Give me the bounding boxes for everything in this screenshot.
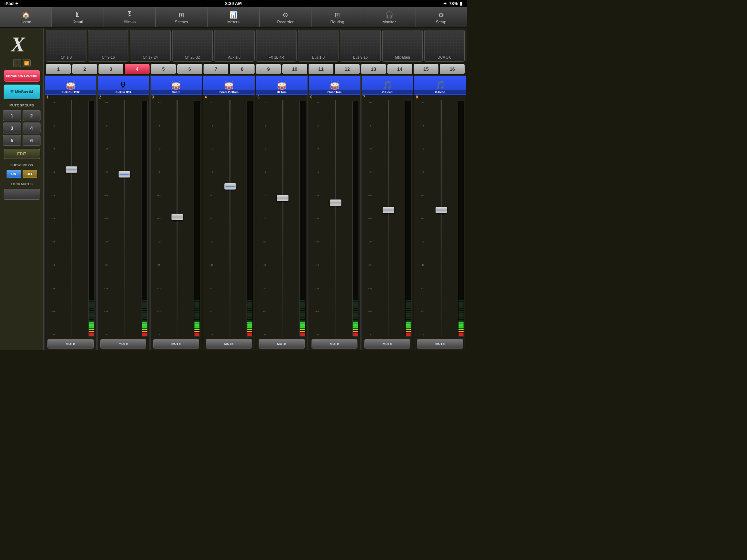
fader-handle-2[interactable]: [119, 171, 130, 178]
nav-routing[interactable]: ⊞ Routing: [311, 7, 363, 27]
bank-bus1-8[interactable]: Bus 1-8: [298, 30, 338, 62]
fader-track-container-6: 1050-5-10-20-30-40-50-60-∞: [310, 100, 352, 337]
recorder-icon: ⊙: [283, 11, 288, 19]
nav-home[interactable]: 🏠 Home: [0, 7, 52, 27]
mute-button-6[interactable]: MUTE: [311, 339, 358, 349]
fader-area-7: 1050-5-10-20-30-40-50-60-∞: [362, 99, 413, 338]
ch-num-10[interactable]: 10: [282, 64, 307, 74]
sends-on-faders-button[interactable]: SENDS ON FADERS: [4, 70, 40, 82]
ch-num-4[interactable]: 4: [125, 64, 150, 74]
bank-fx1l-4r[interactable]: FX 1L-4R: [256, 30, 297, 62]
bank-dca1-8[interactable]: DCA 1-8: [424, 30, 465, 62]
channel-image-4: 🥁: [224, 81, 234, 90]
bank-bus9-16[interactable]: Bus 9-16: [340, 30, 380, 62]
channel-name-8: O.Head: [414, 90, 466, 94]
ch-num-3[interactable]: 3: [98, 64, 123, 74]
fader-track-8: [425, 100, 457, 337]
channel-header-5[interactable]: 🥁 Hi Tom: [256, 76, 307, 95]
fader-handle-6[interactable]: [330, 199, 341, 206]
nav-meters[interactable]: 📊 Meters: [208, 7, 259, 27]
fader-handle-8[interactable]: [436, 207, 447, 213]
channel-header-3[interactable]: 🥁 Snare: [151, 76, 202, 95]
bank-ch9-16[interactable]: Ch 9-16: [88, 30, 128, 62]
fader-handle-1[interactable]: [66, 166, 77, 173]
ch-num-11[interactable]: 11: [309, 64, 333, 74]
ch-num-5[interactable]: 5: [151, 64, 176, 74]
ch-num-8[interactable]: 8: [230, 64, 255, 74]
fader-handle-3[interactable]: [171, 214, 183, 220]
mute-group-4[interactable]: 4: [23, 122, 41, 133]
channel-header-1[interactable]: 🥁 Kick Out B52: [45, 76, 96, 95]
ch-num-1[interactable]: 1: [46, 64, 71, 74]
solo-on-button[interactable]: ON: [7, 170, 21, 178]
mute-group-5[interactable]: 5: [3, 135, 21, 146]
ch-num-7[interactable]: 7: [204, 64, 228, 74]
solo-off-button[interactable]: OFF: [23, 170, 37, 178]
fader-handle-5[interactable]: [277, 195, 289, 201]
ch-num-14[interactable]: 14: [387, 64, 412, 74]
ch-num-9[interactable]: 9: [256, 64, 281, 74]
channel-header-2[interactable]: 🎙 Kick In B91: [98, 76, 149, 95]
mixbus-button[interactable]: ≡ MixBus 04: [4, 85, 40, 99]
monitor-icon: 🎧: [385, 11, 393, 19]
nav-meters-label: Meters: [227, 20, 240, 24]
mute-group-3[interactable]: 3: [3, 122, 21, 133]
mute-group-2[interactable]: 2: [23, 110, 41, 121]
mute-button-1[interactable]: MUTE: [47, 339, 94, 349]
nav-effects[interactable]: 🎛 Effects: [104, 7, 156, 27]
fader-scale-5: 1050-5-10-20-30-40-50-60-∞: [257, 100, 267, 337]
info-button[interactable]: i: [13, 59, 21, 67]
ch-num-16[interactable]: 16: [440, 64, 465, 74]
mute-group-6[interactable]: 6: [23, 135, 41, 146]
mute-button-3[interactable]: MUTE: [153, 339, 200, 349]
fader-track-container-4: 1050-5-10-20-30-40-50-60-∞: [204, 100, 246, 337]
ipad-label: iPad ✦: [4, 1, 19, 6]
info-bar: i 📶: [13, 59, 31, 67]
fader-track-3: [162, 100, 193, 337]
lock-mutes-button[interactable]: [4, 189, 40, 200]
bank-ch1-8[interactable]: Ch 1-8: [46, 30, 86, 62]
sidebar: X i 📶 SENDS ON FADERS ≡ MixBus 04 MUTE G…: [0, 28, 44, 350]
ch-num-13[interactable]: 13: [361, 64, 386, 74]
vu-meter-7: [405, 101, 411, 337]
mute-button-2[interactable]: MUTE: [100, 339, 147, 349]
channel-header-6[interactable]: 🥁 Floor Tom: [309, 76, 360, 95]
nav-scenes[interactable]: ⊞ Scenes: [156, 7, 208, 27]
bank-ch25-32[interactable]: Ch 25-32: [172, 30, 213, 62]
nav-detail[interactable]: 🎚 Detail: [52, 7, 104, 27]
nav-effects-label: Effects: [124, 19, 136, 24]
fader-handle-4[interactable]: [224, 183, 236, 190]
bank-aux1-8[interactable]: Aux 1-8: [214, 30, 255, 62]
edit-button[interactable]: EDIT: [4, 149, 40, 159]
nav-setup[interactable]: ⚙ Setup: [415, 7, 467, 27]
nav-monitor[interactable]: 🎧 Monitor: [363, 7, 415, 27]
fader-handle-7[interactable]: [383, 207, 394, 213]
fader-track-7: [373, 100, 405, 337]
fader-track-5: [267, 100, 299, 337]
mute-button-8[interactable]: MUTE: [417, 339, 463, 349]
nav-setup-label: Setup: [436, 20, 446, 24]
bank-ch17-24[interactable]: Ch 17-24: [130, 30, 170, 62]
nav-detail-label: Detail: [73, 19, 83, 24]
ch-num-2[interactable]: 2: [72, 64, 97, 74]
channel-header-4[interactable]: 🥁 Snare Bottom: [203, 76, 255, 95]
bank-mtx-main[interactable]: Mtx-Main: [382, 30, 423, 62]
ch-num-15[interactable]: 15: [414, 64, 438, 74]
detail-icon: 🎚: [74, 11, 81, 19]
channel-banks: Ch 1-8 Ch 9-16 Ch 17-24 Ch 25-32 Aux 1-8…: [44, 28, 467, 62]
ch-num-12[interactable]: 12: [335, 64, 360, 74]
channel-number-label-5: 5: [256, 95, 260, 99]
nav-scenes-label: Scenes: [175, 20, 188, 24]
mute-button-5[interactable]: MUTE: [259, 339, 305, 349]
home-icon: 🏠: [22, 11, 30, 19]
channel-image-6: 🥁: [330, 81, 340, 90]
ch-num-6[interactable]: 6: [177, 64, 202, 74]
mute-group-1[interactable]: 1: [3, 110, 21, 121]
show-solos-row: ON OFF: [3, 170, 40, 178]
nav-recorder[interactable]: ⊙ Recorder: [260, 7, 311, 27]
mute-button-4[interactable]: MUTE: [206, 339, 252, 349]
channel-header-7[interactable]: 🎵 O.Head: [362, 76, 413, 95]
channel-header-8[interactable]: 🎵 O.Head: [414, 76, 466, 95]
mute-button-7[interactable]: MUTE: [364, 339, 411, 349]
wifi-icon[interactable]: 📶: [23, 59, 31, 67]
